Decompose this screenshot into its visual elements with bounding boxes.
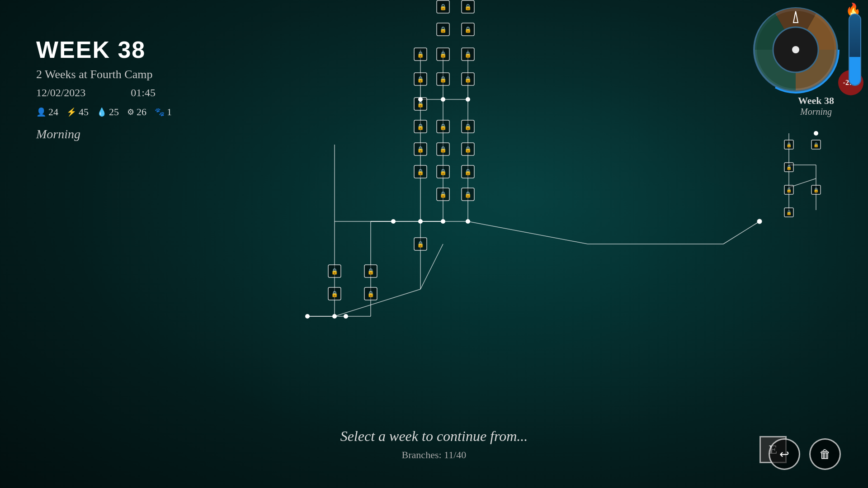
svg-point-46 [466, 97, 470, 102]
svg-text:🔒: 🔒 [439, 3, 447, 11]
food-icon: 👤 [36, 107, 46, 117]
svg-text:🔒: 🔒 [417, 123, 425, 131]
svg-text:🔒: 🔒 [786, 164, 792, 170]
bottom-right-buttons: ↩ 🗑 [769, 438, 841, 470]
animals-value: 1 [167, 106, 172, 118]
svg-point-85 [792, 46, 799, 53]
svg-point-45 [441, 97, 445, 102]
back-icon: ↩ [779, 447, 789, 461]
tree-base-dot [344, 314, 348, 319]
water-icon: 💧 [97, 107, 107, 117]
svg-point-82 [757, 219, 762, 224]
thermometer-bar [849, 14, 861, 86]
svg-text:🔒: 🔒 [331, 267, 339, 275]
water-value: 25 [109, 106, 119, 118]
svg-text:🔒: 🔒 [439, 168, 447, 176]
people-icon: ⚙ [127, 107, 134, 117]
delete-button[interactable]: 🗑 [809, 438, 841, 470]
svg-line-12 [420, 244, 443, 289]
svg-point-44 [418, 97, 423, 102]
svg-line-11 [335, 289, 420, 316]
subtitle: 2 Weeks at Fourth Camp [36, 68, 172, 81]
select-prompt: Select a week to continue from... [0, 428, 868, 445]
svg-text:🔒: 🔒 [786, 187, 792, 193]
svg-text:🔒: 🔒 [417, 168, 425, 176]
svg-text:🔒: 🔒 [417, 75, 425, 83]
svg-point-17 [332, 314, 337, 319]
delete-icon: 🗑 [819, 447, 831, 461]
svg-text:🔒: 🔒 [813, 187, 819, 193]
svg-text:🔒: 🔒 [439, 51, 447, 58]
back-button[interactable]: ↩ [769, 438, 800, 470]
svg-text:🔒: 🔒 [417, 240, 425, 248]
right-branch-svg: 🔒 🔒 🔒 🔒 🔒 🔒 [771, 120, 843, 233]
stats-row: 👤 24 ⚡ 45 💧 25 ⚙ 26 🐾 1 [36, 106, 172, 118]
svg-text:🔒: 🔒 [464, 51, 472, 58]
svg-point-26 [418, 219, 423, 224]
svg-text:🔒: 🔒 [439, 75, 447, 83]
tree-container: 🔒 🔒 🔒 🔒 🔒 🔒 🔒 🔒 🔒 🔒 🔒 [181, 0, 778, 488]
svg-text:🔒: 🔒 [439, 26, 447, 33]
lock-nodes-col3[interactable]: 🔒 🔒 🔒 🔒 🔒 🔒 🔒 [391, 48, 470, 250]
week-info-box: Week 38 Morning [798, 95, 834, 117]
right-branch-indicator: 🔒 🔒 🔒 🔒 🔒 🔒 [771, 120, 843, 235]
time-display: 01:45 [131, 87, 156, 99]
svg-point-16 [305, 314, 310, 319]
water-stat: 💧 25 [97, 106, 119, 118]
wood-value: 45 [79, 106, 89, 118]
svg-text:🔒: 🔒 [464, 168, 472, 176]
food-stat: 👤 24 [36, 106, 58, 118]
date-display: 12/02/2023 [36, 87, 85, 99]
compass-wheel [750, 5, 841, 95]
food-value: 24 [48, 106, 58, 118]
svg-text:🔒: 🔒 [464, 26, 472, 33]
animals-icon: 🐾 [155, 107, 165, 117]
bottom-area: Select a week to continue from... Branch… [0, 428, 868, 461]
date-time-row: 12/02/2023 01:45 [36, 87, 172, 99]
svg-text:🔒: 🔒 [786, 210, 792, 216]
time-of-day: Morning [36, 127, 172, 141]
left-panel: WEEK 38 2 Weeks at Fourth Camp 12/02/202… [36, 36, 172, 141]
compass-week-label: Week 38 [798, 95, 834, 107]
svg-text:🔒: 🔒 [367, 290, 375, 298]
week-title: WEEK 38 [36, 36, 172, 63]
svg-text:🔒: 🔒 [331, 290, 339, 298]
svg-text:🔒: 🔒 [464, 191, 472, 198]
branches-count: Branches: 11/40 [0, 449, 868, 461]
svg-point-92 [814, 131, 818, 136]
svg-text:🔒: 🔒 [439, 191, 447, 198]
svg-text:🔒: 🔒 [464, 123, 472, 131]
branch-tree: 🔒 🔒 🔒 🔒 🔒 🔒 🔒 🔒 🔒 🔒 🔒 [181, 0, 778, 488]
people-stat: ⚙ 26 [127, 106, 146, 118]
svg-text:🔒: 🔒 [464, 75, 472, 83]
svg-text:🔒: 🔒 [367, 267, 375, 275]
lock-nodes-col1[interactable]: 🔒 🔒 [305, 265, 341, 319]
svg-text:🔒: 🔒 [417, 51, 425, 58]
svg-text:🔒: 🔒 [439, 123, 447, 131]
compass-area [750, 5, 841, 97]
svg-text:🔒: 🔒 [813, 142, 819, 148]
svg-point-28 [441, 219, 445, 224]
compass-morning-label: Morning [798, 107, 834, 117]
svg-text:🔒: 🔒 [464, 145, 472, 153]
animals-stat: 🐾 1 [155, 106, 172, 118]
svg-text:🔒: 🔒 [786, 142, 792, 148]
svg-line-79 [468, 221, 588, 244]
wood-stat: ⚡ 45 [66, 106, 89, 118]
svg-point-27 [391, 219, 396, 224]
people-value: 26 [137, 106, 146, 118]
thermometer-fill [849, 57, 860, 85]
svg-text:🔒: 🔒 [464, 3, 472, 11]
svg-line-81 [723, 221, 760, 244]
svg-text:🔒: 🔒 [439, 145, 447, 153]
svg-text:🔒: 🔒 [417, 145, 425, 153]
wood-icon: ⚡ [66, 107, 76, 117]
